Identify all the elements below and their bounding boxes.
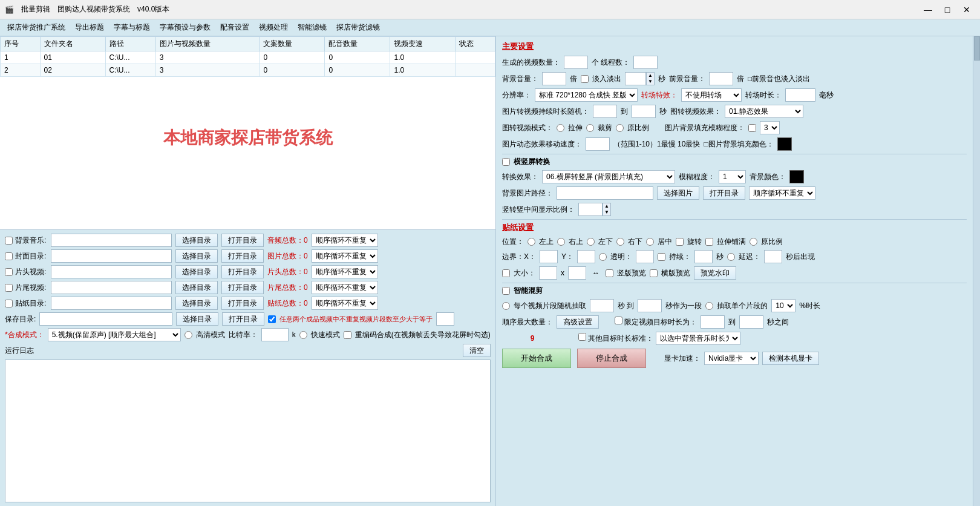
mix-percent-select[interactable]: 10 [771, 299, 795, 312]
cover-select-dir-button[interactable]: 选择目录 [175, 249, 218, 263]
blur-select[interactable]: 1 [719, 170, 746, 183]
bg-color2-swatch[interactable] [789, 170, 804, 183]
menu-item-5[interactable]: 视频处理 [254, 21, 293, 35]
header-video-open-dir-button[interactable]: 打开目录 [221, 265, 264, 278]
close-button[interactable]: ✕ [958, 2, 975, 17]
bgm-select-dir-button[interactable]: 选择目录 [175, 234, 218, 247]
thread-input[interactable]: 3 [633, 56, 658, 69]
pos-center-radio[interactable] [646, 238, 654, 246]
ratio-spin-up[interactable]: ▲ [603, 203, 610, 209]
start-synthesis-button[interactable]: 开始合成 [502, 349, 571, 368]
select-image-button[interactable]: 选择图片 [657, 186, 699, 200]
fast-mode-radio[interactable] [299, 331, 307, 339]
spin-down[interactable]: ▼ [647, 79, 654, 85]
menu-item-2[interactable]: 字幕与标题 [109, 21, 155, 35]
bgm-open-dir-button[interactable]: 打开目录 [221, 234, 264, 247]
intelligent-mix-checkbox[interactable] [502, 287, 510, 295]
border-type-radio[interactable] [599, 253, 607, 261]
crop-radio[interactable] [586, 124, 594, 132]
duration-sticker-input[interactable] [694, 250, 713, 263]
menu-item-7[interactable]: 探店带货滤镜 [332, 21, 385, 35]
spin-up[interactable]: ▲ [647, 73, 654, 79]
menu-item-0[interactable]: 探店带货推广系统 [2, 21, 70, 35]
gpu-select[interactable]: Nvidia显卡 [704, 352, 759, 365]
limit-time-checkbox[interactable] [615, 317, 622, 324]
cover-open-dir-button[interactable]: 打开目录 [221, 249, 264, 263]
bg-color-swatch[interactable] [777, 137, 792, 151]
original-radio[interactable] [616, 124, 624, 132]
sticker-checkbox[interactable] [5, 300, 13, 307]
footer-video-select-dir-button[interactable]: 选择目录 [175, 281, 218, 294]
cover-loop-select[interactable]: 顺序循环不重复 [312, 249, 378, 263]
stretch-fill-checkbox[interactable] [705, 238, 713, 246]
fg-volume-input[interactable]: 1 [709, 72, 733, 85]
table-row[interactable]: 2 02 C:\U... 3 0 0 1.0 [1, 64, 495, 77]
menu-item-6[interactable]: 智能滤镜 [293, 21, 332, 35]
duration-to-input[interactable]: 7 [632, 105, 656, 118]
header-video-loop-select[interactable]: 顺序循环不重复 [312, 265, 378, 278]
ratio-spin-down[interactable]: ▼ [603, 209, 610, 215]
stop-synthesis-button[interactable]: 停止合成 [577, 349, 646, 368]
footer-video-open-dir-button[interactable]: 打开目录 [221, 281, 264, 294]
delay-input[interactable] [764, 250, 782, 263]
minimize-button[interactable]: — [920, 2, 936, 17]
move-speed-input[interactable]: 8 [586, 137, 610, 151]
pos-bottom-right-radio[interactable] [616, 238, 624, 246]
bg-image-loop-select[interactable]: 顺序循环不重复 [749, 186, 815, 200]
fade-checkbox[interactable] [581, 75, 589, 83]
bg-blur-checkbox[interactable] [748, 124, 756, 132]
advanced-settings-button[interactable]: 高级设置 [557, 315, 599, 329]
menu-item-4[interactable]: 配音设置 [215, 21, 254, 35]
sticker-select-dir-button[interactable]: 选择目录 [175, 297, 218, 310]
bitrate-input[interactable]: 1600 [261, 328, 289, 341]
bgm-loop-select[interactable]: 顺序循环不重复 [312, 234, 378, 247]
ratio-spin-btn[interactable]: ▲ ▼ [603, 203, 611, 216]
sticker-loop-select[interactable]: 顺序循环不重复 [312, 297, 378, 310]
transition-select[interactable]: 不使用转场 [681, 88, 742, 102]
cover-input[interactable] [51, 249, 172, 263]
sticker-input[interactable] [51, 297, 172, 310]
mix-single-radio[interactable] [705, 302, 713, 310]
bgm-input[interactable] [51, 234, 172, 247]
pos-top-left-radio[interactable] [528, 238, 535, 246]
resolution-select[interactable]: 标准 720*1280 合成快 竖版 [535, 88, 638, 102]
ratio-input[interactable] [578, 203, 603, 216]
save-open-dir-button[interactable]: 打开目录 [222, 312, 264, 326]
rotate-checkbox[interactable] [676, 238, 684, 246]
save-select-dir-button[interactable]: 选择目录 [176, 312, 218, 326]
mix-random-radio[interactable] [502, 302, 510, 310]
portrait-preview-checkbox[interactable] [606, 269, 613, 277]
spin-btn[interactable]: ▲ ▼ [646, 72, 655, 85]
detect-gpu-button[interactable]: 检测本机显卡 [762, 352, 819, 365]
bgm-checkbox[interactable] [5, 237, 13, 245]
footer-video-loop-select[interactable]: 顺序循环不重复 [312, 281, 378, 294]
header-video-checkbox[interactable] [5, 268, 13, 276]
synthesis-mode-select[interactable]: 5.视频(保留原声) [顺序最大组合] [48, 328, 181, 341]
transparent-input[interactable] [636, 250, 654, 263]
transition-time-input[interactable] [785, 88, 815, 102]
duration-sticker-checkbox[interactable] [658, 253, 665, 261]
stretch-radio[interactable] [557, 124, 564, 132]
open-image-dir-button[interactable]: 打开目录 [703, 186, 745, 200]
mix-from-input[interactable] [590, 299, 614, 312]
no-repeat-checkbox[interactable] [268, 315, 276, 323]
log-area[interactable] [5, 360, 491, 502]
duration-from-input[interactable]: 7 [593, 105, 617, 118]
transition-effect-select[interactable]: 01.静态效果 [725, 105, 803, 118]
video-count-input[interactable]: 6 [564, 56, 588, 69]
footer-video-input[interactable] [51, 281, 172, 294]
pos-top-right-radio[interactable] [557, 238, 565, 246]
maximize-button[interactable]: □ [939, 2, 956, 17]
border-x-input[interactable] [540, 250, 558, 263]
sticker-open-dir-button[interactable]: 打开目录 [221, 297, 264, 310]
header-video-select-dir-button[interactable]: 选择目录 [175, 265, 218, 278]
header-video-input[interactable] [51, 265, 172, 278]
pos-bottom-left-radio[interactable] [587, 238, 595, 246]
landscape-preview-checkbox[interactable] [650, 269, 658, 277]
cover-checkbox[interactable] [5, 252, 13, 260]
border-y-input[interactable] [577, 250, 595, 263]
bg-volume-input[interactable]: 1 [542, 72, 566, 85]
size-w-input[interactable] [539, 266, 557, 280]
footer-video-checkbox[interactable] [5, 284, 13, 292]
table-row[interactable]: 1 01 C:\U... 3 0 0 1.0 [1, 51, 495, 64]
